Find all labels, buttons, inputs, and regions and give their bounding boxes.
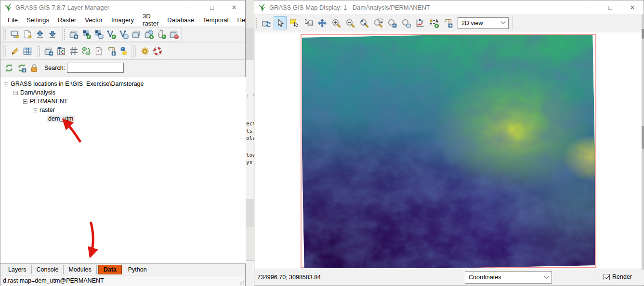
reload-tree-button[interactable]	[3, 62, 15, 74]
tab-modules[interactable]: Modules	[64, 265, 96, 274]
new-workspace-button[interactable]	[21, 28, 34, 41]
select-features-button[interactable]	[288, 16, 301, 29]
menu-temporal[interactable]: Temporal	[198, 15, 233, 25]
tree-label-mapset[interactable]: PERMANENT	[30, 98, 67, 105]
zoom-to-map-button[interactable]	[399, 16, 412, 29]
add-raster-layer-button[interactable]	[80, 28, 92, 41]
render-map-button[interactable]	[260, 16, 273, 29]
add-group-button[interactable]	[130, 28, 143, 41]
toolbar-grip[interactable]	[39, 46, 41, 56]
dem-raster-layer[interactable]	[302, 35, 595, 268]
tree-label-dem-utm[interactable]: dem_utm	[47, 115, 75, 122]
chevron-down-icon	[544, 273, 549, 278]
toolbar-grip[interactable]	[135, 46, 137, 56]
map-display-titlebar[interactable]: GRASS GIS Map Display: 1 - DamAnalysis/P…	[254, 0, 644, 14]
add-various-vector-button[interactable]	[118, 28, 130, 41]
layer-manager-window: GRASS GIS 7.8.7 Layer Manager — □ ✕ File…	[0, 0, 246, 286]
open-workspace-button[interactable]	[34, 28, 46, 41]
menu-file[interactable]: File	[3, 15, 22, 25]
attribute-table-button[interactable]	[21, 45, 34, 57]
edit-vector-button[interactable]	[9, 45, 21, 57]
render-label: Render	[612, 273, 632, 280]
reload-mapset-button[interactable]	[15, 62, 28, 74]
view-mode-select[interactable]: 2D view	[458, 17, 509, 29]
background-text-fragment: : *	[246, 93, 254, 99]
zoom-region-button[interactable]	[371, 16, 384, 29]
new-map-display-button[interactable]	[9, 28, 21, 41]
tab-data[interactable]: Data	[98, 265, 122, 274]
zoom-in-button[interactable]	[329, 16, 342, 29]
georectifier-button[interactable]	[67, 45, 80, 57]
minimize-button[interactable]: —	[577, 0, 599, 14]
resize-grip[interactable]	[239, 280, 244, 285]
pointer-button[interactable]	[274, 16, 287, 29]
collapse-icon[interactable]	[33, 108, 37, 112]
minimize-button[interactable]: —	[179, 0, 201, 14]
tab-console[interactable]: Console	[32, 265, 64, 274]
view-mode-value: 2D view	[461, 20, 483, 27]
menu-3d-raster[interactable]: 3D raster	[138, 11, 163, 28]
analyze-map-button[interactable]	[413, 16, 426, 29]
collapse-icon[interactable]	[23, 99, 27, 104]
tree-label-locations[interactable]: GRASS locations in E:\GIS_Exercise\Damst…	[11, 81, 144, 87]
menu-settings[interactable]: Settings	[22, 15, 53, 25]
tab-layers[interactable]: Layers	[3, 265, 32, 274]
statusbar-mode-select[interactable]: Coordinates	[465, 271, 552, 284]
help-button[interactable]	[151, 45, 164, 57]
layer-manager-titlebar[interactable]: GRASS GIS 7.8.7 Layer Manager — □ ✕	[0, 0, 245, 14]
grass-gis-logo	[258, 3, 266, 12]
graphical-modeler-button[interactable]	[80, 45, 92, 57]
save-display-button[interactable]	[441, 16, 454, 29]
zoom-back-button[interactable]	[385, 16, 398, 29]
cartographic-composer-button[interactable]	[92, 45, 105, 57]
maximize-button[interactable]: □	[599, 0, 621, 14]
close-button[interactable]: ✕	[223, 0, 245, 14]
workspace-group	[3, 27, 60, 41]
toolbar-grip[interactable]	[5, 46, 7, 56]
render-toggle[interactable]: Render	[604, 273, 632, 280]
save-workspace-button[interactable]	[46, 28, 59, 41]
menu-imagery[interactable]: Imagery	[107, 15, 138, 25]
collapse-icon[interactable]	[13, 91, 18, 95]
render-checkbox[interactable]	[604, 274, 610, 280]
import-data-button[interactable]	[42, 45, 55, 57]
maximize-button[interactable]: □	[201, 0, 223, 14]
pan-button[interactable]	[315, 16, 329, 29]
remove-layer-button[interactable]	[168, 28, 180, 41]
add-multiple-layers-button[interactable]	[67, 28, 80, 41]
lock-unlock-button[interactable]	[28, 62, 40, 74]
add-map-elements-button[interactable]	[427, 16, 440, 29]
collapse-icon[interactable]	[4, 82, 8, 86]
toolbar-grip[interactable]	[5, 29, 7, 40]
tree-node-dem-utm[interactable]: dem_utm	[47, 114, 246, 123]
statusbar-divider	[600, 271, 600, 284]
query-button[interactable]	[302, 16, 315, 29]
tree-node-mapset[interactable]: PERMANENT	[23, 97, 246, 106]
tree-node-raster-category[interactable]: raster	[33, 106, 246, 114]
zoom-extent-button[interactable]	[357, 16, 370, 29]
tab-python[interactable]: Python	[123, 265, 152, 274]
search-input[interactable]	[67, 63, 124, 73]
background-statusbar	[246, 260, 254, 286]
settings-button[interactable]	[139, 45, 151, 57]
menu-database[interactable]: Database	[163, 15, 198, 25]
tree-label-location[interactable]: DamAnalysis	[20, 89, 55, 96]
toolbar-grip[interactable]	[256, 18, 258, 28]
map-canvas[interactable]	[255, 32, 644, 270]
add-web-service-layer-button[interactable]	[143, 28, 155, 41]
add-vector-layer-button[interactable]	[105, 28, 118, 41]
tree-label-raster-category[interactable]: raster	[39, 107, 55, 113]
menu-vector[interactable]: Vector	[80, 15, 107, 25]
add-overlay-button[interactable]	[155, 28, 168, 41]
coordinate-readout: 734996.70; 3098583.84	[257, 274, 321, 281]
run-script-button[interactable]	[105, 45, 118, 57]
menu-raster[interactable]: Raster	[53, 15, 80, 25]
python-console-button[interactable]	[118, 45, 130, 57]
toolbar-grip[interactable]	[64, 29, 66, 40]
raster-calculator-button[interactable]	[55, 45, 67, 57]
close-button[interactable]: ✕	[621, 0, 644, 14]
tree-node-locations[interactable]: GRASS locations in E:\GIS_Exercise\Damst…	[4, 80, 246, 88]
tree-node-location[interactable]: DamAnalysis	[13, 88, 246, 97]
zoom-out-button[interactable]	[343, 16, 356, 29]
add-various-raster-button[interactable]	[92, 28, 105, 41]
